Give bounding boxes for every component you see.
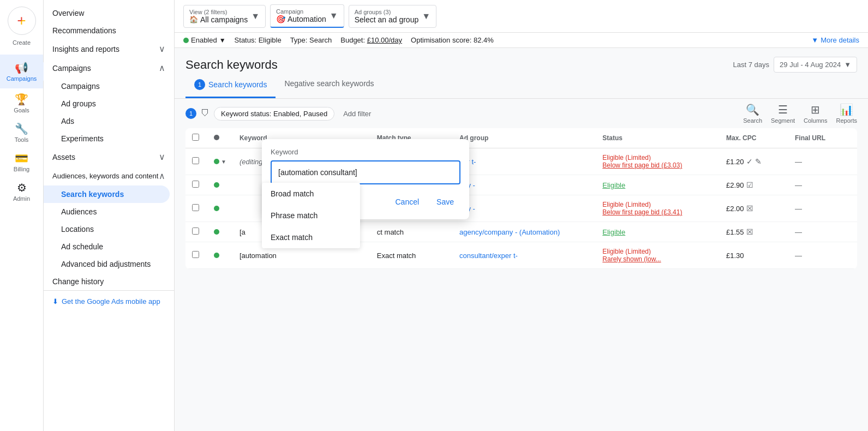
match-item-phrase[interactable]: Phrase match bbox=[262, 205, 360, 226]
status-cell: Eligible (Limited) Below first page bid … bbox=[602, 154, 713, 169]
filter-chip-keyword-status[interactable]: Keyword status: Enabled, Paused bbox=[214, 107, 334, 121]
sidebar-item-campaigns[interactable]: Campaigns bbox=[44, 77, 174, 95]
edit-cpc-icon[interactable]: ✓ bbox=[746, 157, 753, 166]
chevron-down-icon[interactable]: ▼ bbox=[221, 159, 226, 165]
status-link[interactable]: Below first page bid (£3.41) bbox=[602, 208, 682, 216]
status-link[interactable]: Rarely shown (low... bbox=[602, 255, 661, 263]
segment-icon: ☰ bbox=[778, 103, 788, 116]
campaigns-icon: 📢 bbox=[15, 61, 28, 74]
keyword-edit-input[interactable] bbox=[271, 160, 460, 184]
nav-item-admin[interactable]: ⚙ Admin bbox=[0, 177, 43, 206]
tab-negative-keywords[interactable]: Negative search keywords bbox=[276, 73, 382, 98]
columns-icon: ⊞ bbox=[811, 103, 820, 116]
filter-funnel-icon: ⛉ bbox=[201, 109, 209, 118]
adgroup-col-header: Ad group bbox=[453, 128, 596, 148]
table-container: Keyword Match type Ad group Status Max. … bbox=[175, 128, 868, 431]
more-details-button[interactable]: ▼ More details bbox=[811, 36, 859, 44]
row-checkbox[interactable] bbox=[192, 251, 199, 258]
sidebar-item-experiments[interactable]: Experiments bbox=[44, 130, 174, 147]
adgroup-link[interactable]: consultant/exper t- bbox=[459, 252, 518, 260]
sidebar-item-audiences[interactable]: Audiences bbox=[44, 203, 174, 220]
adgroup-link[interactable]: agency/company - (Automation) bbox=[459, 228, 560, 236]
row-checkbox[interactable] bbox=[192, 228, 199, 235]
sidebar-item-adgroups[interactable]: Ad groups bbox=[44, 95, 174, 112]
popup-cancel-button[interactable]: Cancel bbox=[388, 193, 426, 211]
enabled-status[interactable]: Enabled ▼ bbox=[183, 36, 226, 44]
create-label: Create bbox=[13, 39, 31, 46]
status-opt-score: Optimisation score: 82.4% bbox=[411, 36, 494, 44]
left-navigation: + Create 📢 Campaigns 🏆 Goals 🔧 Tools 💳 B… bbox=[0, 0, 44, 431]
filter-badge: 1 bbox=[185, 108, 196, 119]
select-all-checkbox[interactable] bbox=[192, 134, 199, 141]
chevron-down-icon: ▼ bbox=[330, 11, 338, 21]
sidebar-item-change-history[interactable]: Change history bbox=[44, 273, 174, 290]
segment-toolbar-button[interactable]: ☰ Segment bbox=[771, 103, 795, 124]
max-cpc-cell: £2.90 ☑ bbox=[726, 181, 782, 189]
status-cell: Eligible bbox=[602, 181, 625, 189]
nav-item-campaigns[interactable]: 📢 Campaigns bbox=[0, 55, 43, 88]
row-checkbox[interactable] bbox=[192, 181, 199, 188]
tabs-bar: 1 Search keywords Negative search keywor… bbox=[175, 73, 868, 99]
sidebar-item-search-keywords[interactable]: Search keywords bbox=[44, 185, 170, 203]
status-eligible: Status: Eligible bbox=[235, 36, 282, 44]
url-col-header: Final URL bbox=[788, 128, 857, 148]
edit-pencil-icon[interactable]: ✎ bbox=[755, 157, 762, 166]
page-header: Search keywords Last 7 days 29 Jul - 4 A… bbox=[175, 48, 868, 73]
main-content: View (2 filters) 🏠 All campaigns ▼ Campa… bbox=[175, 0, 868, 431]
sidebar-item-adschedule[interactable]: Ad schedule bbox=[44, 238, 174, 255]
match-type-dropdown: Broad match Phrase match Exact match bbox=[262, 183, 360, 248]
popup-keyword-label: Keyword bbox=[271, 148, 460, 156]
url-cell: — bbox=[795, 205, 802, 213]
max-cpc-cell: £1.20 ✓ ✎ bbox=[726, 157, 782, 166]
sidebar-item-overview[interactable]: Overview bbox=[44, 4, 174, 22]
view-filter-dropdown[interactable]: View (2 filters) 🏠 All campaigns ▼ bbox=[183, 5, 266, 28]
nav-item-goals[interactable]: 🏆 Goals bbox=[0, 88, 43, 118]
search-toolbar-button[interactable]: 🔍 Search bbox=[743, 103, 762, 124]
sidebar-item-campaigns-parent[interactable]: Campaigns ∧ bbox=[44, 58, 174, 77]
status-dot bbox=[214, 159, 219, 164]
checkbox-icon[interactable]: ☑ bbox=[746, 181, 753, 189]
campaign-icon: 🎯 bbox=[276, 15, 285, 23]
row-checkbox[interactable] bbox=[192, 204, 199, 211]
campaign-filter-dropdown[interactable]: Campaign 🎯 Automation ▼ bbox=[270, 4, 344, 28]
matchtype-cell: ct match bbox=[370, 222, 453, 242]
sidebar-item-locations[interactable]: Locations bbox=[44, 220, 174, 238]
date-range: Last 7 days 29 Jul - 4 Aug 2024 ▼ bbox=[733, 57, 857, 73]
nav-item-billing[interactable]: 💳 Billing bbox=[0, 147, 43, 177]
reports-toolbar-button[interactable]: 📊 Reports bbox=[836, 103, 857, 124]
sidebar-item-insights[interactable]: Insights and reports ∨ bbox=[44, 39, 174, 58]
popup-save-button[interactable]: Save bbox=[430, 193, 460, 211]
match-item-broad[interactable]: Broad match bbox=[262, 183, 360, 205]
reports-icon: 📊 bbox=[840, 103, 853, 116]
sidebar-item-assets[interactable]: Assets ∨ bbox=[44, 147, 174, 166]
status-link[interactable]: Below first page bid (£3.03) bbox=[602, 161, 682, 169]
mobile-app-link[interactable]: ⬇ Get the Google Ads mobile app bbox=[44, 290, 174, 312]
sidebar-item-bid-adjustments[interactable]: Advanced bid adjustments bbox=[44, 255, 174, 273]
nav-item-tools[interactable]: 🔧 Tools bbox=[0, 118, 43, 147]
status-dot bbox=[214, 229, 219, 235]
tab-badge: 1 bbox=[194, 79, 205, 90]
sidebar-item-audiences-parent[interactable]: Audiences, keywords and content ∧ bbox=[44, 166, 174, 185]
create-button[interactable]: + bbox=[8, 7, 36, 35]
status-dot bbox=[214, 206, 219, 211]
add-filter-button[interactable]: Add filter bbox=[339, 107, 375, 120]
match-item-exact[interactable]: Exact match bbox=[262, 226, 360, 248]
sidebar-item-recommendations[interactable]: Recommendations bbox=[44, 22, 174, 39]
status-cell: Eligible (Limited) Rarely shown (low... bbox=[602, 248, 713, 263]
top-filter-bar: View (2 filters) 🏠 All campaigns ▼ Campa… bbox=[175, 0, 868, 33]
status-header-dot bbox=[214, 135, 219, 140]
tools-icon: 🔧 bbox=[15, 122, 28, 135]
admin-icon: ⚙ bbox=[17, 181, 27, 194]
row-checkbox[interactable] bbox=[192, 157, 199, 164]
checkbox-icon[interactable]: ☒ bbox=[746, 228, 753, 236]
max-cpc-cell: £1.55 ☒ bbox=[726, 228, 782, 236]
sidebar-item-ads[interactable]: Ads bbox=[44, 112, 174, 130]
tab-search-keywords[interactable]: 1 Search keywords bbox=[185, 73, 276, 98]
checkbox-icon[interactable]: ☒ bbox=[746, 204, 753, 213]
status-col-header: Status bbox=[596, 128, 720, 148]
url-cell: — bbox=[795, 181, 802, 189]
date-picker[interactable]: 29 Jul - 4 Aug 2024 ▼ bbox=[774, 57, 857, 73]
download-icon: ⬇ bbox=[52, 297, 58, 306]
adgroup-filter-dropdown[interactable]: Ad groups (3) Select an ad group ▼ bbox=[349, 5, 436, 28]
columns-toolbar-button[interactable]: ⊞ Columns bbox=[804, 103, 827, 124]
